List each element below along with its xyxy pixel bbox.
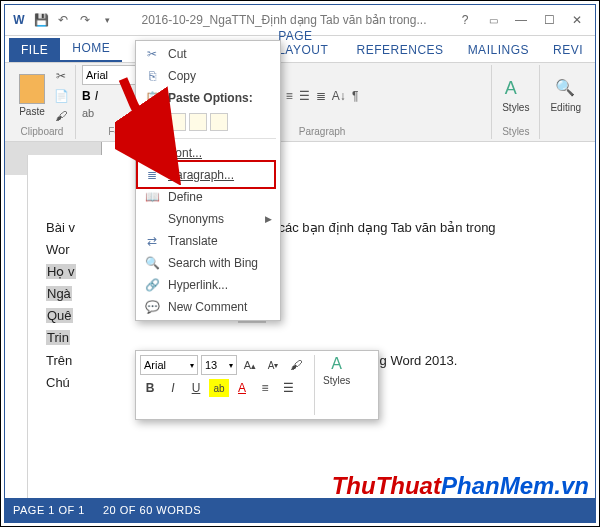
link-icon: 🔗: [144, 278, 160, 292]
word-icon: W: [9, 10, 29, 30]
status-words[interactable]: 20 OF 60 WORDS: [103, 504, 201, 516]
tab-file[interactable]: FILE: [9, 38, 60, 62]
menu-synonyms[interactable]: Synonyms▶: [138, 208, 278, 230]
shrink-font-icon[interactable]: A▾: [263, 356, 283, 374]
copy-icon[interactable]: 📄: [53, 88, 69, 104]
book-icon: 📖: [144, 190, 160, 204]
sort-icon[interactable]: A↓: [332, 89, 346, 103]
context-menu: ✂Cut ⎘Copy 📋Paste Options: AFont... ≣Par…: [135, 40, 281, 321]
pilcrow-icon[interactable]: ¶: [352, 89, 358, 103]
translate-icon: ⇄: [144, 234, 160, 248]
clipboard-icon: 📋: [144, 91, 160, 105]
menu-hyperlink[interactable]: 🔗Hyperlink...: [138, 274, 278, 296]
mini-bullets-icon[interactable]: ≡: [255, 379, 275, 397]
menu-paragraph[interactable]: ≣Paragraph...: [138, 164, 278, 186]
align-icon[interactable]: ≣: [316, 89, 326, 103]
menu-paste-option-items[interactable]: [138, 109, 278, 135]
tab-references[interactable]: REFERENCES: [345, 38, 456, 62]
paste-label: Paste: [19, 106, 45, 117]
menu-define[interactable]: 📖Define: [138, 186, 278, 208]
format-painter-icon[interactable]: 🖌: [53, 108, 69, 124]
menu-cut[interactable]: ✂Cut: [138, 43, 278, 65]
help-icon[interactable]: ?: [451, 9, 479, 31]
bullet-list-icon[interactable]: ≡: [286, 89, 293, 103]
mini-underline-button[interactable]: U: [186, 379, 206, 397]
mini-highlight-button[interactable]: ab: [209, 379, 229, 397]
undo-icon[interactable]: ↶: [53, 10, 73, 30]
clipboard-group-label: Clipboard: [15, 126, 69, 139]
close-button[interactable]: ✕: [563, 9, 591, 31]
italic-button[interactable]: I: [95, 89, 98, 103]
mini-toolbar: Arial▾ 13▾ A▴ A▾ 🖌 B I U ab A ≡ ☰: [135, 350, 379, 420]
ribbon-options-icon[interactable]: ▭: [479, 9, 507, 31]
maximize-button[interactable]: ☐: [535, 9, 563, 31]
scissors-icon: ✂: [144, 47, 160, 61]
mini-font-combo[interactable]: Arial▾: [140, 355, 198, 375]
mini-bold-button[interactable]: B: [140, 379, 160, 397]
tab-review[interactable]: REVI: [541, 38, 595, 62]
ribbon-tabs: FILE HOME INSERT DESIGN PAGE LAYOUT REFE…: [5, 36, 595, 63]
vertical-ruler[interactable]: [5, 155, 28, 498]
menu-new-comment[interactable]: 💬New Comment: [138, 296, 278, 318]
copy-icon: ⎘: [144, 69, 160, 83]
format-painter-mini-icon[interactable]: 🖌: [286, 356, 306, 374]
save-icon[interactable]: 💾: [31, 10, 51, 30]
grow-font-icon[interactable]: A▴: [240, 356, 260, 374]
minimize-button[interactable]: —: [507, 9, 535, 31]
comment-icon: 💬: [144, 300, 160, 314]
cut-icon[interactable]: ✂: [53, 68, 69, 84]
font-icon: A: [144, 146, 160, 160]
menu-font[interactable]: AFont...: [138, 142, 278, 164]
bold-button[interactable]: B: [82, 89, 91, 103]
menu-search-bing[interactable]: 🔍Search with Bing: [138, 252, 278, 274]
status-bar: PAGE 1 OF 1 20 OF 60 WORDS: [5, 498, 595, 522]
tab-mailings[interactable]: MAILINGS: [456, 38, 541, 62]
redo-icon[interactable]: ↷: [75, 10, 95, 30]
editing-button[interactable]: 🔍 Editing: [546, 74, 585, 117]
mini-font-color-button[interactable]: A: [232, 379, 252, 397]
menu-translate[interactable]: ⇄Translate: [138, 230, 278, 252]
document-page[interactable]: Bài vni tiết tới các bạn định dạng Tab v…: [28, 155, 595, 498]
mini-styles-button[interactable]: A Styles: [323, 355, 350, 415]
menu-paste-options: 📋Paste Options:: [138, 87, 278, 109]
number-list-icon[interactable]: ☰: [299, 89, 310, 103]
paragraph-icon: ≣: [144, 168, 160, 182]
mini-numbering-icon[interactable]: ☰: [278, 379, 298, 397]
paste-button[interactable]: Paste: [15, 70, 49, 121]
mini-italic-button[interactable]: I: [163, 379, 183, 397]
styles-button[interactable]: A Styles: [498, 74, 533, 117]
chevron-right-icon: ▶: [265, 214, 272, 224]
status-page[interactable]: PAGE 1 OF 1: [13, 504, 85, 516]
styles-group-label: Styles: [498, 126, 533, 139]
qat-customize-icon[interactable]: ▾: [97, 10, 117, 30]
search-icon: 🔍: [144, 256, 160, 270]
mini-size-combo[interactable]: 13▾: [201, 355, 237, 375]
ribbon: Paste ✂ 📄 🖌 Clipboard Arial B I ab: [5, 63, 595, 142]
menu-copy[interactable]: ⎘Copy: [138, 65, 278, 87]
tab-home[interactable]: HOME: [60, 36, 122, 62]
